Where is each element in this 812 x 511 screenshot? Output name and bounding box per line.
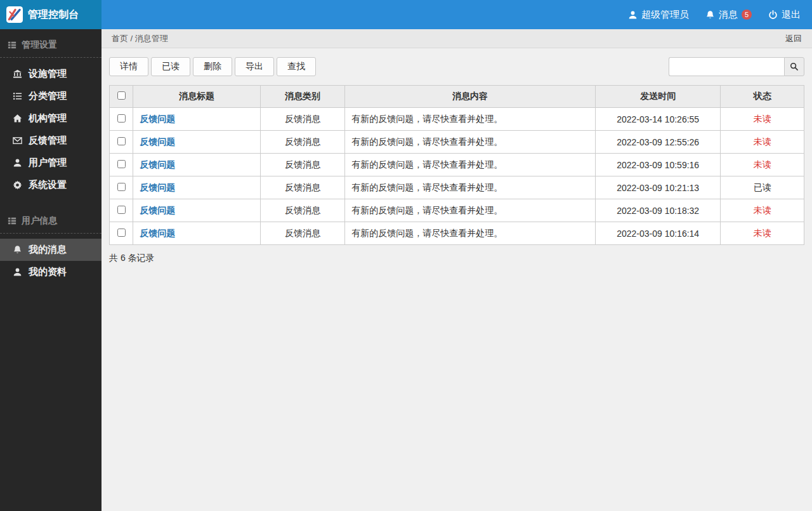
row-checkbox[interactable] xyxy=(117,229,126,237)
select-all-checkbox[interactable] xyxy=(117,91,126,100)
toolbar: 详情 已读 删除 导出 查找 xyxy=(109,57,804,76)
section-title-label: 管理设置 xyxy=(22,39,57,51)
sidebar-item-my-messages[interactable]: 我的消息 xyxy=(0,239,102,261)
messages-label: 消息 xyxy=(719,9,738,21)
brand: 管理控制台 xyxy=(0,0,102,29)
sidebar-item-my-profile[interactable]: 我的资料 xyxy=(0,261,102,283)
bank-icon xyxy=(13,69,22,79)
back-link[interactable]: 返回 xyxy=(785,33,802,44)
row-checkbox[interactable] xyxy=(117,183,126,191)
message-title-link[interactable]: 反馈问题 xyxy=(140,114,175,124)
messages-table: 消息标题 消息类别 消息内容 发送时间 状态 反馈问题 反馈消息 有新的反馈问题… xyxy=(109,85,804,245)
logout-button[interactable]: 退出 xyxy=(768,9,801,21)
message-content-cell: 有新的反馈问题，请尽快查看并处理。 xyxy=(345,154,595,176)
status-badge: 未读 xyxy=(721,222,804,245)
status-badge: 已读 xyxy=(721,176,804,199)
message-category-cell: 反馈消息 xyxy=(260,108,344,131)
envelope-icon xyxy=(13,136,22,145)
th-list-icon xyxy=(8,216,16,225)
send-time-cell: 2022-03-14 10:26:55 xyxy=(595,108,721,131)
table-row: 反馈问题 反馈消息 有新的反馈问题，请尽快查看并处理。 2022-03-09 1… xyxy=(110,131,804,154)
message-category-cell: 反馈消息 xyxy=(260,199,344,222)
header-message-category: 消息类别 xyxy=(260,86,344,108)
status-badge: 未读 xyxy=(721,131,804,154)
send-time-cell: 2022-03-09 10:21:13 xyxy=(595,176,721,199)
brand-title: 管理控制台 xyxy=(28,8,79,22)
app-logo-icon xyxy=(6,6,23,23)
section-title-label: 用户信息 xyxy=(22,215,57,227)
message-category-cell: 反馈消息 xyxy=(260,176,344,199)
find-button[interactable]: 查找 xyxy=(277,57,316,76)
message-content-cell: 有新的反馈问题，请尽快查看并处理。 xyxy=(345,222,595,245)
message-content-cell: 有新的反馈问题，请尽快查看并处理。 xyxy=(345,199,595,222)
logout-label: 退出 xyxy=(782,9,801,21)
gear-icon xyxy=(13,180,22,190)
detail-button[interactable]: 详情 xyxy=(109,57,148,76)
message-title-link[interactable]: 反馈问题 xyxy=(140,159,175,169)
current-user-label: 超级管理员 xyxy=(641,9,689,21)
send-time-cell: 2022-03-09 10:16:14 xyxy=(595,222,721,245)
send-time-cell: 2022-03-09 12:55:26 xyxy=(595,131,721,154)
bell-icon xyxy=(705,10,715,20)
sidebar-item-organization-management[interactable]: 机构管理 xyxy=(0,107,102,129)
power-icon xyxy=(768,10,778,20)
row-checkbox[interactable] xyxy=(117,137,126,145)
message-content-cell: 有新的反馈问题，请尽快查看并处理。 xyxy=(345,176,595,199)
sidebar-item-user-management[interactable]: 用户管理 xyxy=(0,152,102,174)
search-button[interactable] xyxy=(784,57,804,76)
th-list-icon xyxy=(8,41,16,50)
status-badge: 未读 xyxy=(721,199,804,222)
table-row: 反馈问题 反馈消息 有新的反馈问题，请尽快查看并处理。 2022-03-14 1… xyxy=(110,108,804,131)
topbar-right: 超级管理员 消息 5 退出 xyxy=(102,0,812,29)
sidebar-item-label: 机构管理 xyxy=(29,112,67,124)
search-icon xyxy=(790,62,799,71)
sidebar-item-facility-management[interactable]: 设施管理 xyxy=(0,63,102,85)
message-title-link[interactable]: 反馈问题 xyxy=(140,182,175,192)
header-message-title: 消息标题 xyxy=(133,86,261,108)
current-user-button[interactable]: 超级管理员 xyxy=(628,9,689,21)
send-time-cell: 2022-03-09 10:18:32 xyxy=(595,199,721,222)
sidebar-item-category-management[interactable]: 分类管理 xyxy=(0,85,102,107)
row-checkbox[interactable] xyxy=(117,160,126,168)
breadcrumb-bar: 首页 / 消息管理 返回 xyxy=(102,29,812,48)
topbar: 管理控制台 超级管理员 消息 5 退出 xyxy=(0,0,812,29)
message-title-link[interactable]: 反馈问题 xyxy=(140,136,175,147)
sidebar-item-label: 反馈管理 xyxy=(29,135,67,147)
messages-button[interactable]: 消息 5 xyxy=(705,9,752,21)
header-message-content: 消息内容 xyxy=(345,86,595,108)
record-count: 共 6 条记录 xyxy=(109,253,804,264)
table-header-row: 消息标题 消息类别 消息内容 发送时间 状态 xyxy=(110,86,804,108)
sidebar-section-admin-settings: 管理设置 xyxy=(0,29,102,58)
header-send-time: 发送时间 xyxy=(595,86,721,108)
sidebar-item-label: 系统设置 xyxy=(29,179,67,191)
message-content-cell: 有新的反馈问题，请尽快查看并处理。 xyxy=(345,108,595,131)
user-icon xyxy=(628,10,638,20)
row-checkbox[interactable] xyxy=(117,206,126,214)
table-row: 反馈问题 反馈消息 有新的反馈问题，请尽快查看并处理。 2022-03-09 1… xyxy=(110,154,804,176)
export-button[interactable]: 导出 xyxy=(235,57,274,76)
message-title-link[interactable]: 反馈问题 xyxy=(140,228,175,238)
search-input[interactable] xyxy=(669,57,784,76)
user-icon xyxy=(13,267,22,277)
message-category-cell: 反馈消息 xyxy=(260,131,344,154)
send-time-cell: 2022-03-09 10:59:16 xyxy=(595,154,721,176)
status-badge: 未读 xyxy=(721,108,804,131)
bell-icon xyxy=(13,245,22,255)
messages-badge: 5 xyxy=(742,10,752,20)
sidebar: 管理设置 设施管理 分类管理 机构管理 反馈管理 xyxy=(0,29,102,511)
row-checkbox[interactable] xyxy=(117,114,126,123)
mark-read-button[interactable]: 已读 xyxy=(151,57,190,76)
user-icon xyxy=(13,158,22,168)
message-content-cell: 有新的反馈问题，请尽快查看并处理。 xyxy=(345,131,595,154)
sidebar-item-feedback-management[interactable]: 反馈管理 xyxy=(0,129,102,152)
message-category-cell: 反馈消息 xyxy=(260,222,344,245)
header-status: 状态 xyxy=(721,86,804,108)
sidebar-section-user-info: 用户信息 xyxy=(0,205,102,234)
status-badge: 未读 xyxy=(721,154,804,176)
table-row: 反馈问题 反馈消息 有新的反馈问题，请尽快查看并处理。 2022-03-09 1… xyxy=(110,199,804,222)
message-title-link[interactable]: 反馈问题 xyxy=(140,205,175,215)
sidebar-item-system-settings[interactable]: 系统设置 xyxy=(0,174,102,196)
delete-button[interactable]: 删除 xyxy=(193,57,232,76)
sidebar-item-label: 我的资料 xyxy=(29,266,67,278)
table-row: 反馈问题 反馈消息 有新的反馈问题，请尽快查看并处理。 2022-03-09 1… xyxy=(110,176,804,199)
